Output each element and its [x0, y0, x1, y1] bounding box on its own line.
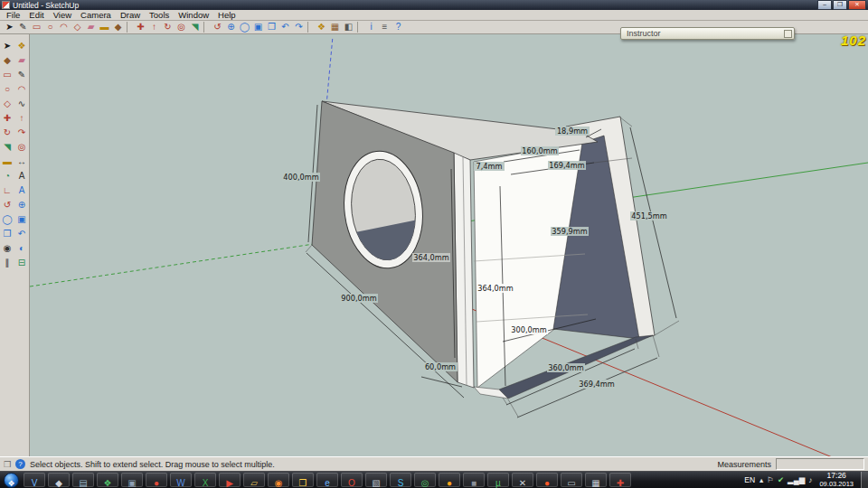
orbit-tool-icon[interactable]: ↺	[1, 199, 14, 212]
media-red-icon[interactable]: ▶	[219, 473, 241, 487]
move-tool-icon[interactable]: ✚	[134, 21, 147, 33]
zoom-extents-icon[interactable]: ❐	[1, 228, 14, 241]
dimension-label-slope-length[interactable]: 451,5mm	[630, 211, 668, 221]
dimension-label-front-depth-a[interactable]: 364,0mm	[412, 253, 450, 262]
push-pull-icon[interactable]: ↑	[15, 112, 29, 126]
monitor-app-icon[interactable]: ▭	[561, 473, 582, 487]
viewport-canvas[interactable]: 400,0mm 900,0mm 364,0mm 364,0mm 160,0mm …	[30, 34, 868, 456]
dimension-label-top-width[interactable]: 160,0mm	[521, 146, 559, 155]
dimension-label-bottom-length[interactable]: 900,0mm	[340, 294, 378, 303]
instructor-rollup-button[interactable]	[784, 30, 792, 38]
previous-view-icon[interactable]: ↶	[15, 228, 29, 241]
calendar-app-icon[interactable]: ▦	[585, 473, 607, 487]
qip-icon[interactable]: ◎	[414, 473, 436, 487]
help-icon[interactable]: ?	[392, 21, 405, 33]
dimension-label-panel-thickness[interactable]: 18,9mm	[555, 127, 590, 136]
skype-icon[interactable]: S	[390, 473, 411, 487]
pan-tool-icon[interactable]: ⊕	[15, 199, 29, 212]
section-plane-icon[interactable]: ⊟	[15, 257, 29, 270]
styles-icon[interactable]: ◧	[342, 21, 355, 33]
move-tool-icon[interactable]: ✚	[1, 112, 14, 126]
rectangle-tool-icon[interactable]: ▭	[1, 69, 14, 82]
menu-edit[interactable]: Edit	[24, 10, 48, 20]
model-info-icon[interactable]: i	[364, 21, 378, 33]
dimension-label-base-width[interactable]: 360,0mm	[547, 363, 585, 372]
look-around-icon[interactable]: ◐	[15, 242, 29, 256]
show-desktop-button[interactable]	[861, 472, 868, 488]
scale-tool-icon[interactable]: ◥	[1, 141, 14, 155]
minimize-button[interactable]: –	[817, 0, 832, 10]
pan-tool-icon[interactable]: ⊕	[224, 21, 238, 33]
photo-app-icon[interactable]: ▧	[365, 473, 387, 487]
rectangle-tool-icon[interactable]: ▭	[30, 21, 43, 33]
model-3d[interactable]: 400,0mm 900,0mm 364,0mm 364,0mm 160,0mm …	[30, 34, 868, 456]
antivirus-icon[interactable]: ✔	[778, 473, 784, 487]
menu-file[interactable]: File	[2, 10, 24, 20]
excel-icon[interactable]: X	[194, 473, 216, 487]
orbit-tool-icon[interactable]: ↺	[211, 21, 224, 33]
eraser-tool-icon[interactable]: ▰	[84, 21, 98, 33]
dark-app-icon[interactable]: ■	[463, 473, 485, 487]
menu-view[interactable]: View	[49, 10, 76, 20]
select-tool-icon[interactable]: ➤	[3, 21, 16, 33]
previous-view-icon[interactable]: ↶	[278, 21, 292, 33]
flame-app-icon[interactable]: ●	[536, 473, 558, 487]
dimension-label-inner-slope[interactable]: 359,9mm	[551, 227, 589, 236]
make-component-icon[interactable]: ❖	[315, 21, 328, 33]
polygon-tool-icon[interactable]: ◇	[71, 21, 84, 33]
menu-help[interactable]: Help	[213, 10, 241, 20]
agent-icon[interactable]: ●	[439, 473, 460, 487]
dimension-label-top-width-outer[interactable]: 169,4mm	[548, 161, 586, 170]
scale-tool-icon[interactable]: ◥	[188, 21, 202, 33]
chevron-up-icon[interactable]: ▴	[760, 473, 763, 487]
messenger-icon[interactable]: ❖	[97, 473, 118, 487]
dimension-tool-icon[interactable]: ↔	[15, 155, 29, 169]
paint-bucket-icon[interactable]: ◆	[111, 21, 125, 33]
position-camera-icon[interactable]: ◉	[1, 242, 14, 256]
player-app-icon[interactable]: ●	[146, 473, 167, 487]
tape-measure-icon[interactable]: ▬	[98, 21, 111, 33]
menu-tools[interactable]: Tools	[145, 10, 174, 20]
opera-icon[interactable]: O	[341, 473, 363, 487]
select-tool-icon[interactable]: ➤	[1, 40, 14, 53]
explorer-icon[interactable]: ❒	[292, 473, 314, 487]
eraser-tool-icon[interactable]: ▰	[15, 54, 29, 68]
offset-tool-icon[interactable]: ◎	[175, 21, 188, 33]
line-tool-icon[interactable]: ✎	[16, 21, 30, 33]
dimension-label-left-height[interactable]: 400,0mm	[282, 173, 320, 182]
action-center-icon[interactable]: ⚐	[767, 473, 774, 487]
follow-me-icon[interactable]: ↷	[15, 127, 29, 140]
push-pull-icon[interactable]: ↑	[147, 21, 161, 33]
measurements-input[interactable]	[776, 458, 864, 470]
menu-window[interactable]: Window	[174, 10, 213, 20]
zoom-tool-icon[interactable]: ◯	[238, 21, 251, 33]
axes-tool-icon[interactable]: ∟	[1, 184, 14, 198]
zoom-window-icon[interactable]: ▣	[15, 213, 29, 227]
graphics-app-icon[interactable]: ▣	[121, 473, 143, 487]
tape-measure-icon[interactable]: ▬	[1, 155, 14, 169]
zoom-window-icon[interactable]: ▣	[251, 21, 265, 33]
arc-tool-icon[interactable]: ◠	[57, 21, 71, 33]
utorrent-icon[interactable]: µ	[487, 473, 509, 487]
close-button[interactable]: ✕	[848, 0, 866, 10]
dimension-label-base-width-outer[interactable]: 369,4mm	[578, 380, 616, 389]
text-tool-icon[interactable]: A	[15, 170, 29, 183]
materials-icon[interactable]: ▦	[328, 21, 342, 33]
zoom-tool-icon[interactable]: ◯	[1, 213, 14, 227]
3d-text-icon[interactable]: A	[15, 184, 29, 198]
maximize-button[interactable]: ❒	[833, 0, 847, 10]
paint-bucket-icon[interactable]: ◆	[1, 54, 14, 68]
circle-tool-icon[interactable]: ○	[43, 21, 57, 33]
next-view-icon[interactable]: ↷	[292, 21, 306, 33]
zoom-extents-icon[interactable]: ❐	[265, 21, 278, 33]
circle-tool-icon[interactable]: ○	[1, 83, 14, 97]
firefox-icon[interactable]: ◉	[268, 473, 289, 487]
context-help-icon[interactable]: ?	[15, 459, 25, 469]
protractor-icon[interactable]: ◔	[1, 170, 14, 183]
menu-camera[interactable]: Camera	[76, 10, 116, 20]
dimension-label-small-offset[interactable]: 7,4mm	[474, 162, 505, 171]
tray-clock[interactable]: 17:26 09.03.2013	[819, 472, 854, 488]
security-app-icon[interactable]: ✚	[609, 473, 631, 487]
word-icon[interactable]: W	[170, 473, 192, 487]
notes-app-icon[interactable]: ◆	[48, 473, 70, 487]
